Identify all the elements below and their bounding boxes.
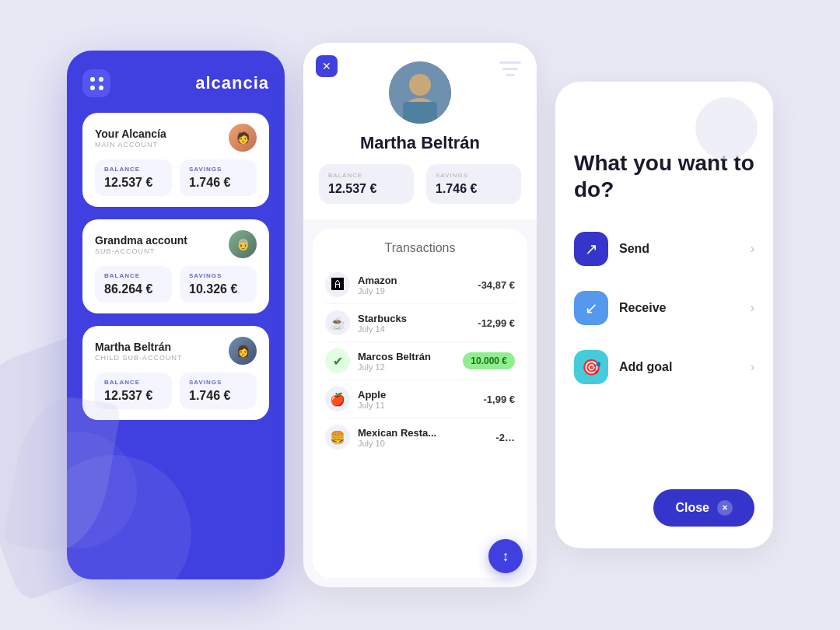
transaction-name: Marcos Beltrán [358,351,431,362]
transaction-info: Starbucks July 14 [358,313,407,334]
transaction-mexican[interactable]: 🍔 Mexican Resta... July 10 -2… [325,418,515,456]
profile-savings-box: SAVINGS 1.746 € [426,164,521,204]
avatar: 👩 [229,337,257,365]
fab-transfer-button[interactable]: ↕ [488,539,523,573]
account-type: MAIN ACCOUNT [95,141,166,149]
transaction-starbucks[interactable]: ☕ Starbucks July 14 -12,99 € [325,304,515,342]
avatar: 🧑 [229,124,257,152]
action-add-goal[interactable]: 🎯 Add goal › [574,342,754,392]
action-send[interactable]: ↗ Send › [574,224,754,274]
transaction-amount: 10.000 € [463,352,515,369]
balance-box: BALANCE 12.537 € [95,159,172,196]
account-info: Grandma account SUB-ACCOUNT [95,234,187,255]
svg-rect-2 [506,74,515,76]
receive-icon: ↙ [574,291,608,325]
account-info: Your Alcancía MAIN ACCOUNT [95,128,166,149]
panel-alcancia: alcancia Your Alcancía MAIN ACCOUNT 🧑 BA… [67,51,285,579]
transaction-left: 🍔 Mexican Resta... July 10 [325,425,436,450]
account-name: Martha Beltrán [95,341,183,353]
profile-top: ✕ Martha Beltrán BALANCE 12.537 € S [303,43,537,219]
filter-icon [496,55,524,86]
transaction-left: 🅰 Amazon July 19 [325,272,397,297]
transaction-date: July 11 [358,401,386,410]
goal-icon: 🎯 [574,350,608,384]
close-button[interactable]: ✕ [316,55,338,77]
savings-value: 1.746 € [189,176,247,190]
savings-label: SAVINGS [189,379,247,386]
action-item-left: ↙ Receive [574,291,667,325]
starbucks-icon: ☕ [325,310,350,335]
chevron-right-icon: › [751,360,754,374]
apple-icon: 🍎 [325,387,350,411]
account-name: Grandma account [95,234,187,247]
account-card-header: Grandma account SUB-ACCOUNT 👵 [95,230,257,258]
send-icon: ↗ [574,232,608,266]
transaction-apple[interactable]: 🍎 Apple July 11 -1,99 € [325,380,515,418]
account-card-main[interactable]: Your Alcancía MAIN ACCOUNT 🧑 BALANCE 12.… [82,113,269,207]
chevron-right-icon: › [751,242,754,256]
action-goal-label: Add goal [619,360,672,374]
transaction-date: July 14 [358,324,407,334]
account-type: CHILD SUB-ACCOUNT [95,354,183,362]
account-card-header: Your Alcancía MAIN ACCOUNT 🧑 [95,124,257,152]
marcos-icon: ✔ [325,348,350,373]
savings-label: SAVINGS [189,166,247,173]
profile-balance-box: BALANCE 12.537 € [319,164,414,204]
balance-label: BALANCE [104,379,163,386]
transaction-date: July 12 [358,362,431,372]
close-action-button[interactable]: Close × [653,489,754,527]
action-items: ↗ Send › ↙ Receive › 🎯 Add goal › [574,224,754,474]
transaction-amazon[interactable]: 🅰 Amazon July 19 -34,87 € [325,266,515,304]
profile-stats: BALANCE 12.537 € SAVINGS 1.746 € [319,164,521,204]
account-card-header: Martha Beltrán CHILD SUB-ACCOUNT 👩 [95,337,257,365]
transaction-date: July 19 [358,286,397,296]
balance-label: BALANCE [104,272,163,279]
transaction-amount: -12,99 € [478,317,515,329]
svg-rect-0 [499,61,521,64]
alcancia-header: alcancia [82,69,269,97]
transaction-info: Apple July 11 [358,389,386,410]
app-title: alcancia [195,73,269,93]
balance-label: BALANCE [104,166,163,173]
profile-name: Martha Beltrán [360,133,480,153]
transaction-marcos[interactable]: ✔ Marcos Beltrán July 12 10.000 € [325,342,515,380]
bg-decoration [695,97,758,159]
close-label: Close [675,501,709,515]
transaction-name: Amazon [358,275,397,286]
action-send-label: Send [619,242,649,256]
transaction-info: Marcos Beltrán July 12 [358,351,431,372]
profile-avatar [389,61,451,124]
savings-label: SAVINGS [189,272,247,279]
menu-icon[interactable] [82,69,110,97]
savings-value: 1.746 € [189,389,247,403]
profile-savings-value: 1.746 € [436,182,512,196]
savings-value: 10.326 € [189,282,247,296]
action-receive[interactable]: ↙ Receive › [574,283,754,333]
balance-value: 86.264 € [104,282,163,296]
chevron-right-icon: › [751,301,754,315]
account-balances: BALANCE 86.264 € SAVINGS 10.326 € [95,266,257,303]
panel-profile: ✕ Martha Beltrán BALANCE 12.537 € S [303,43,537,587]
balance-value: 12.537 € [104,176,163,190]
avatar: 👵 [229,230,257,258]
account-info: Martha Beltrán CHILD SUB-ACCOUNT [95,341,183,362]
transaction-name: Apple [358,389,386,401]
account-card-grandma[interactable]: Grandma account SUB-ACCOUNT 👵 BALANCE 86… [82,219,269,313]
transaction-info: Mexican Resta... July 10 [358,427,436,448]
balance-value: 12.537 € [104,389,163,403]
balance-box: BALANCE 86.264 € [95,266,172,303]
transactions-section: Transactions 🅰 Amazon July 19 -34,87 € ☕… [313,229,527,578]
mexican-icon: 🍔 [325,425,350,450]
savings-box: SAVINGS 1.746 € [180,159,257,196]
account-balances: BALANCE 12.537 € SAVINGS 1.746 € [95,159,257,196]
account-card-martha[interactable]: Martha Beltrán CHILD SUB-ACCOUNT 👩 BALAN… [82,326,269,420]
action-item-left: ↗ Send [574,232,649,266]
action-receive-label: Receive [619,301,667,315]
transaction-date: July 10 [358,439,436,448]
transaction-name: Starbucks [358,313,407,324]
account-name: Your Alcancía [95,128,166,140]
transaction-left: ✔ Marcos Beltrán July 12 [325,348,431,373]
savings-box: SAVINGS 1.746 € [180,373,257,409]
transaction-amount: -34,87 € [478,279,515,291]
transaction-info: Amazon July 19 [358,275,397,296]
